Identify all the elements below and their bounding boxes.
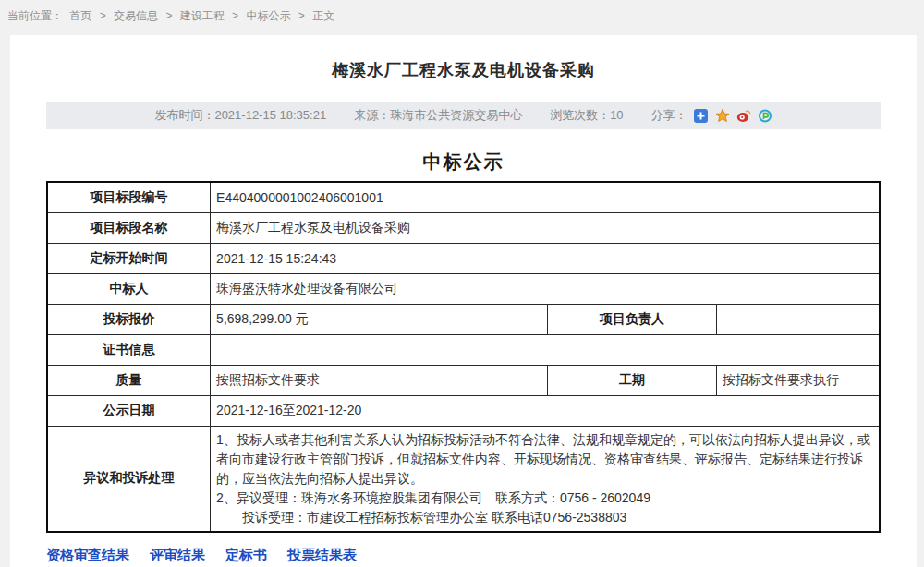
duration-label: 工期 xyxy=(547,365,716,395)
source-value: 珠海市公共资源交易中心 xyxy=(390,108,522,122)
view-count-value: 10 xyxy=(610,108,623,122)
table-row: 定标开始时间 2021-12-15 15:24:43 xyxy=(47,243,880,273)
page-title: 梅溪水厂工程水泵及电机设备采购 xyxy=(46,59,881,81)
publicity-period-value: 2021-12-16至2021-12-20 xyxy=(211,395,880,426)
share-group: 分享： xyxy=(651,107,772,124)
baidu-share-plus-icon[interactable] xyxy=(694,108,709,123)
quality-label: 质量 xyxy=(47,365,211,395)
project-section-name-value: 梅溪水厂工程水泵及电机设备采购 xyxy=(211,212,880,243)
objection-handling-label: 异议和投诉处理 xyxy=(47,426,211,532)
winning-bidder-label: 中标人 xyxy=(47,273,211,304)
objection-line: 投诉受理：市建设工程招标投标管理办公室 联系电话0756-2538803 xyxy=(216,508,873,527)
sina-weibo-icon[interactable] xyxy=(736,108,751,123)
source-label: 来源： xyxy=(354,108,390,122)
award-decision-doc-link[interactable]: 定标书 xyxy=(225,547,267,564)
table-row: 公示日期 2021-12-16至2021-12-20 xyxy=(47,395,880,426)
project-manager-value xyxy=(716,304,880,334)
table-row: 证书信息 xyxy=(47,334,880,365)
award-start-time-value: 2021-12-15 15:24:43 xyxy=(211,243,880,273)
winning-bidder-value: 珠海盛沃特水处理设备有限公司 xyxy=(211,273,880,304)
bid-price-label: 投标报价 xyxy=(47,304,211,334)
project-section-name-label: 项目标段名称 xyxy=(47,212,211,243)
breadcrumb-separator: > xyxy=(100,9,106,22)
table-row: 异议和投诉处理 1、投标人或者其他利害关系人认为招标投标活动不符合法律、法规和规… xyxy=(47,426,880,532)
project-section-code-value: E4404000001002406001001 xyxy=(211,182,880,212)
attachment-links: 资格审查结果 评审结果 定标书 投票结果表 xyxy=(46,547,881,564)
table-row: 项目标段名称 梅溪水厂工程水泵及电机设备采购 xyxy=(47,212,880,243)
view-count-label: 浏览次数： xyxy=(550,108,610,122)
objection-line: 2、异议受理：珠海水务环境控股集团有限公司 联系方式：0756 - 260204… xyxy=(216,489,873,508)
publish-time-label: 发布时间： xyxy=(154,108,214,122)
publish-time-value: 2021-12-15 18:35:21 xyxy=(214,108,326,122)
duration-value: 按招标文件要求执行 xyxy=(716,365,880,395)
project-section-code-label: 项目标段编号 xyxy=(47,182,211,212)
breadcrumb-separator: > xyxy=(165,9,172,22)
certificate-info-label: 证书信息 xyxy=(47,334,211,365)
table-row: 中标人 珠海盛沃特水处理设备有限公司 xyxy=(47,273,880,304)
award-start-time-label: 定标开始时间 xyxy=(47,243,211,273)
share-label: 分享： xyxy=(651,107,687,124)
table-row: 质量 按照招标文件要求 工期 按招标文件要求执行 xyxy=(47,365,880,395)
breadcrumb-current-page: 正文 xyxy=(312,9,334,22)
evaluation-result-link[interactable]: 评审结果 xyxy=(150,547,205,564)
certificate-info-value xyxy=(211,334,880,365)
content-card: 梅溪水厂工程水泵及电机设备采购 发布时间：2021-12-15 18:35:21… xyxy=(10,35,917,567)
project-manager-label: 项目负责人 xyxy=(547,304,716,334)
view-count: 浏览次数：10 xyxy=(550,107,623,124)
table-row: 项目标段编号 E4404000001002406001001 xyxy=(47,182,880,212)
quality-value: 按照招标文件要求 xyxy=(211,365,548,395)
breadcrumb: 当前位置： 首页 > 交易信息 > 建设工程 > 中标公示 > 正文 xyxy=(0,0,924,35)
table-row: 投标报价 5,698,299.00 元 项目负责人 xyxy=(47,304,880,334)
breadcrumb-award-notice-link[interactable]: 中标公示 xyxy=(246,9,290,22)
publish-time: 发布时间：2021-12-15 18:35:21 xyxy=(154,107,326,124)
breadcrumb-construction-link[interactable]: 建设工程 xyxy=(180,9,225,22)
breadcrumb-label: 当前位置： xyxy=(7,9,63,22)
source: 来源：珠海市公共资源交易中心 xyxy=(354,107,522,124)
bid-price-value: 5,698,299.00 元 xyxy=(211,304,548,334)
section-title: 中标公示 xyxy=(46,150,881,175)
wechat-share-icon[interactable] xyxy=(758,108,772,123)
breadcrumb-trade-info-link[interactable]: 交易信息 xyxy=(114,9,158,22)
award-notice-table: 项目标段编号 E4404000001002406001001 项目标段名称 梅溪… xyxy=(46,181,881,533)
qualification-review-result-link[interactable]: 资格审查结果 xyxy=(46,547,129,564)
objection-line: 1、投标人或者其他利害关系人认为招标投标活动不符合法律、法规和规章规定的，可以依… xyxy=(216,430,873,489)
objection-handling-value: 1、投标人或者其他利害关系人认为招标投标活动不符合法律、法规和规章规定的，可以依… xyxy=(211,426,880,532)
publicity-period-label: 公示日期 xyxy=(47,395,211,426)
breadcrumb-separator: > xyxy=(298,9,305,22)
breadcrumb-separator: > xyxy=(232,9,238,22)
breadcrumb-home-link[interactable]: 首页 xyxy=(69,9,91,22)
vote-result-table-link[interactable]: 投票结果表 xyxy=(287,547,357,564)
qzone-star-icon[interactable] xyxy=(715,108,730,123)
meta-bar: 发布时间：2021-12-15 18:35:21 来源：珠海市公共资源交易中心 … xyxy=(46,102,881,129)
